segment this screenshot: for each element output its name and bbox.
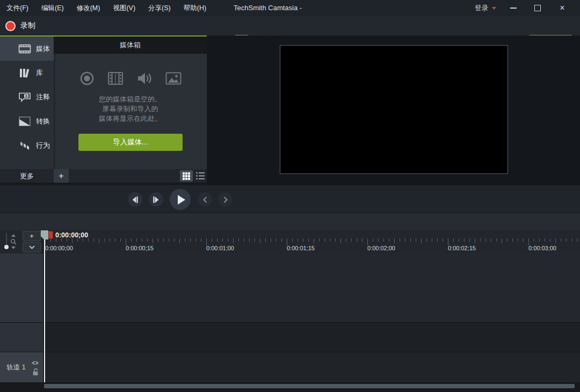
play-icon — [177, 195, 185, 205]
jump-forward-button[interactable] — [218, 192, 233, 207]
track-divider — [0, 322, 580, 323]
sidebar-more-button[interactable]: 更多 — [0, 169, 54, 183]
ruler-label: 0:00:00;00 — [45, 245, 73, 251]
track-divider — [0, 352, 580, 352]
menu-view[interactable]: 视图(V) — [106, 0, 142, 16]
step-forward-icon — [153, 197, 160, 203]
grid-view-button[interactable] — [180, 170, 193, 182]
menu-modify[interactable]: 修改(M) — [70, 0, 107, 16]
ruler-label: 0:00:01;15 — [287, 245, 315, 251]
ruler-label: 0:00:00;15 — [126, 245, 154, 251]
step-back-button[interactable] — [128, 192, 142, 207]
record-button[interactable]: 录制 — [5, 16, 35, 35]
playhead[interactable] — [44, 230, 45, 382]
gutter-divider — [43, 230, 44, 382]
list-view-button[interactable] — [194, 170, 207, 182]
track-height-thumb[interactable] — [4, 245, 9, 249]
minimize-icon — [510, 8, 517, 9]
ruler-label: 0:00:02;00 — [367, 245, 395, 251]
sidebar-item-media[interactable]: 媒体 — [0, 37, 54, 61]
menu-share[interactable]: 分享(S) — [142, 0, 177, 16]
sidebar-item-library[interactable]: 库 — [0, 61, 54, 85]
media-bin-panel: 媒体箱 您的媒体箱是空的。 屏幕录制和导入的 媒体将显示在此处。 导入媒体... — [54, 37, 207, 169]
active-tab-accent — [0, 35, 207, 37]
transition-icon — [18, 117, 32, 126]
timeline-scroll-area — [0, 383, 580, 392]
sidebar-item-label: 行为 — [36, 141, 50, 150]
add-track-button[interactable]: + — [23, 231, 41, 241]
menu-edit[interactable]: 编辑(E) — [35, 0, 70, 16]
timeline-ruler[interactable]: 0:00:00;00 0:00:00;15 0:00:01;00 0:00:01… — [43, 230, 580, 253]
login-button[interactable]: 登录 — [475, 0, 496, 16]
empty-line-3: 媒体将显示在此处。 — [54, 114, 207, 124]
timeline-corner: + — [0, 230, 43, 253]
record-label: 录制 — [20, 21, 35, 31]
play-button[interactable] — [170, 189, 191, 210]
timeline-empty-area[interactable] — [43, 323, 580, 352]
chevron-down-icon — [492, 7, 496, 10]
media-bin-empty-text: 您的媒体箱是空的。 屏幕录制和导入的 媒体将显示在此处。 — [54, 95, 207, 124]
maximize-button[interactable] — [528, 0, 547, 16]
playback-bar: 00:00 / 00:00 30 fps ⚙ 属性 — [0, 185, 580, 213]
unlock-icon[interactable] — [32, 368, 39, 376]
track-gutter — [0, 323, 43, 352]
timeline-empty-area[interactable] — [43, 253, 580, 322]
ruler-label: 0:00:02;15 — [448, 245, 476, 251]
track-1-lane[interactable] — [43, 352, 580, 382]
minimize-button[interactable] — [504, 0, 523, 16]
track-1-label: 轨道 1 — [0, 352, 32, 382]
video-icon — [107, 71, 124, 85]
login-label: 登录 — [475, 4, 488, 13]
plus-icon: + — [59, 171, 63, 181]
sidebar-item-behaviors[interactable]: 行为 — [0, 133, 54, 157]
sidebar-item-label: 转换 — [36, 117, 50, 126]
sidebar-item-label: 媒体 — [36, 44, 50, 54]
audio-icon — [136, 71, 153, 86]
add-tab-button[interactable]: + — [54, 169, 69, 183]
media-type-icons — [54, 71, 207, 86]
ruler-label: 0:00:01;00 — [206, 245, 234, 251]
jump-back-button[interactable] — [198, 192, 212, 207]
sidebar: 媒体 库 a 注释 转换 行为 — [0, 37, 54, 169]
close-icon: × — [560, 4, 564, 12]
empty-line-2: 屏幕录制和导入的 — [54, 104, 207, 114]
step-forward-button[interactable] — [149, 192, 163, 207]
sidebar-item-label: 注释 — [36, 92, 50, 102]
preview-stage[interactable] — [280, 45, 508, 174]
eye-icon[interactable] — [31, 360, 39, 366]
track-options-button[interactable] — [23, 242, 41, 252]
grid-view-icon — [183, 172, 190, 180]
record-icon — [5, 21, 16, 31]
window-title: TechSmith Camtasia - — [234, 0, 302, 16]
import-media-button[interactable]: 导入媒体... — [78, 134, 183, 151]
ruler-label: 0:00:03;00 — [528, 245, 556, 251]
canvas-area — [207, 35, 580, 185]
magnifier-icon — [10, 238, 17, 245]
list-view-icon — [196, 172, 205, 179]
svg-text:a: a — [25, 94, 27, 98]
books-icon — [18, 68, 32, 78]
timeline-toolbar: − + — [0, 213, 580, 230]
zoom-up-icon[interactable] — [11, 234, 16, 237]
maximize-icon — [534, 5, 541, 11]
chevron-down-icon — [29, 245, 35, 249]
horizontal-scrollbar[interactable] — [44, 384, 575, 388]
title-bar: 文件(F) 编辑(E) 修改(M) 视图(V) 分享(S) 帮助(H) Tech… — [0, 0, 580, 16]
chevron-right-icon — [223, 197, 228, 203]
sidebar-item-transitions[interactable]: 转换 — [0, 109, 54, 133]
zoom-down-icon[interactable] — [11, 246, 16, 249]
close-button[interactable]: × — [553, 0, 572, 16]
panel-bottom-bar: 更多 + — [0, 169, 207, 183]
track-gutter — [0, 253, 43, 322]
menu-file[interactable]: 文件(F) — [0, 0, 35, 16]
menu-help[interactable]: 帮助(H) — [177, 0, 213, 16]
sidebar-item-label: 库 — [36, 68, 43, 78]
callout-icon: a — [18, 92, 32, 103]
sidebar-item-annotations[interactable]: a 注释 — [0, 85, 54, 109]
playhead-out-handle[interactable] — [48, 231, 53, 239]
plus-icon: + — [30, 232, 34, 240]
main-toolbar: 录制 22% 分享 — [0, 16, 580, 35]
filmstrip-icon — [18, 43, 32, 54]
track-1-header[interactable]: 轨道 1 — [0, 352, 43, 382]
chevron-left-icon — [203, 197, 207, 203]
